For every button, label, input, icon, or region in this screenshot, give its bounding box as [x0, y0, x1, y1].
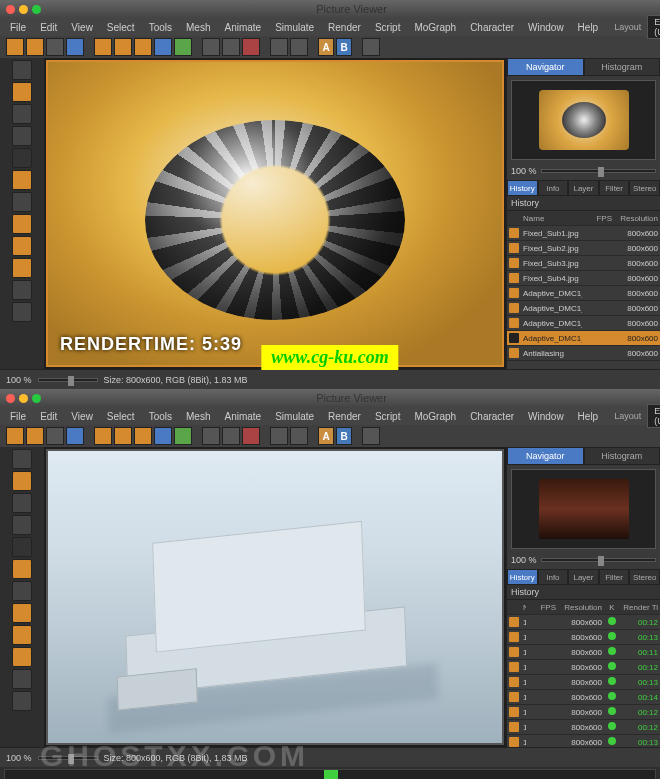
history-row[interactable]: 192800x60000:12	[507, 705, 660, 720]
close-icon[interactable]	[6, 394, 15, 403]
history-row[interactable]: Fixed_Sub2.jpg800x600	[507, 241, 660, 256]
tool-icon[interactable]	[12, 647, 32, 667]
subtab-info[interactable]: Info	[538, 569, 569, 585]
tab-navigator[interactable]: Navigator	[507, 447, 584, 465]
menu-help[interactable]: Help	[574, 22, 603, 33]
menu-tools[interactable]: Tools	[145, 22, 176, 33]
menu-render[interactable]: Render	[324, 22, 365, 33]
menu-character[interactable]: Character	[466, 411, 518, 422]
zoom-slider[interactable]	[541, 558, 656, 562]
menu-edit[interactable]: Edit	[36, 22, 61, 33]
compare-b-button[interactable]: B	[336, 38, 352, 56]
menu-edit[interactable]: Edit	[36, 411, 61, 422]
menu-script[interactable]: Script	[371, 411, 405, 422]
subtab-history[interactable]: History	[507, 569, 538, 585]
tool-icon[interactable]	[12, 559, 32, 579]
history-row[interactable]: Fixed_Sub3.jpg800x600	[507, 256, 660, 271]
tb-icon[interactable]	[94, 38, 112, 56]
subtab-info[interactable]: Info	[538, 180, 569, 196]
menu-render[interactable]: Render	[324, 411, 365, 422]
tool-icon[interactable]	[12, 236, 32, 256]
tb-icon[interactable]	[362, 38, 380, 56]
menu-window[interactable]: Window	[524, 22, 568, 33]
tool-icon[interactable]	[12, 126, 32, 146]
tool-icon[interactable]	[12, 214, 32, 234]
tb-icon[interactable]	[6, 38, 24, 56]
close-icon[interactable]	[6, 5, 15, 14]
menu-simulate[interactable]: Simulate	[271, 22, 318, 33]
tb-icon[interactable]	[134, 38, 152, 56]
menu-animate[interactable]: Animate	[220, 411, 265, 422]
tb-icon[interactable]	[46, 427, 64, 445]
tb-icon[interactable]	[222, 427, 240, 445]
menu-select[interactable]: Select	[103, 22, 139, 33]
subtab-stereo[interactable]: Stereo	[629, 569, 660, 585]
history-row[interactable]: Antialiasing800x600	[507, 346, 660, 361]
menu-select[interactable]: Select	[103, 411, 139, 422]
tool-icon[interactable]	[12, 148, 32, 168]
tb-icon[interactable]	[66, 38, 84, 56]
tb-icon[interactable]	[174, 427, 192, 445]
menu-mesh[interactable]: Mesh	[182, 411, 214, 422]
zoom-slider[interactable]	[541, 169, 656, 173]
tb-icon[interactable]	[242, 427, 260, 445]
minimize-icon[interactable]	[19, 5, 28, 14]
layout-select[interactable]: ENVY (User)	[647, 404, 660, 428]
subtab-layer[interactable]: Layer	[568, 180, 599, 196]
tb-icon[interactable]	[222, 38, 240, 56]
tb-icon[interactable]	[290, 427, 308, 445]
tb-icon[interactable]	[46, 38, 64, 56]
history-row[interactable]: 193800x60000:12	[507, 720, 660, 735]
tb-icon[interactable]	[270, 38, 288, 56]
menu-character[interactable]: Character	[466, 22, 518, 33]
menu-simulate[interactable]: Simulate	[271, 411, 318, 422]
zoom-icon[interactable]	[32, 5, 41, 14]
tab-histogram[interactable]: Histogram	[584, 58, 661, 76]
status-zoom-slider[interactable]	[38, 756, 98, 760]
tool-icon[interactable]	[12, 669, 32, 689]
tb-icon[interactable]	[242, 38, 260, 56]
tb-icon[interactable]	[26, 38, 44, 56]
tb-icon[interactable]	[290, 38, 308, 56]
history-row[interactable]: Adaptive_DMC1_8.jpg800x600	[507, 331, 660, 346]
menu-mograph[interactable]: MoGraph	[410, 411, 460, 422]
tool-icon[interactable]	[12, 691, 32, 711]
compare-a-button[interactable]: A	[318, 38, 334, 56]
menu-view[interactable]: View	[67, 411, 97, 422]
menu-help[interactable]: Help	[574, 411, 603, 422]
tb-icon[interactable]	[66, 427, 84, 445]
tool-icon[interactable]	[12, 581, 32, 601]
subtab-layer[interactable]: Layer	[568, 569, 599, 585]
tb-icon[interactable]	[202, 38, 220, 56]
tab-histogram[interactable]: Histogram	[584, 447, 661, 465]
tb-icon[interactable]	[154, 427, 172, 445]
tool-icon[interactable]	[12, 537, 32, 557]
history-row[interactable]: 187800x60000:13	[507, 630, 660, 645]
menu-mograph[interactable]: MoGraph	[410, 22, 460, 33]
layout-select[interactable]: ENVY (User)	[647, 15, 660, 39]
menu-mesh[interactable]: Mesh	[182, 22, 214, 33]
tb-icon[interactable]	[26, 427, 44, 445]
menu-view[interactable]: View	[67, 22, 97, 33]
timeline-cursor[interactable]	[324, 770, 338, 779]
menu-file[interactable]: File	[6, 411, 30, 422]
tb-icon[interactable]	[362, 427, 380, 445]
menu-animate[interactable]: Animate	[220, 22, 265, 33]
tool-icon[interactable]	[12, 603, 32, 623]
tool-icon[interactable]	[12, 449, 32, 469]
menu-window[interactable]: Window	[524, 411, 568, 422]
tb-icon[interactable]	[114, 427, 132, 445]
history-row[interactable]: Adaptive_DMC1_2.jpg800x600	[507, 301, 660, 316]
tool-icon[interactable]	[12, 60, 32, 80]
navigator-thumbnail[interactable]	[511, 80, 656, 160]
tool-icon[interactable]	[12, 515, 32, 535]
history-row[interactable]: 191800x60000:14	[507, 690, 660, 705]
history-row[interactable]: 189800x60000:12	[507, 660, 660, 675]
navigator-thumbnail[interactable]	[511, 469, 656, 549]
tool-icon[interactable]	[12, 82, 32, 102]
tool-icon[interactable]	[12, 192, 32, 212]
zoom-icon[interactable]	[32, 394, 41, 403]
history-row[interactable]: 190800x60000:13	[507, 675, 660, 690]
tool-icon[interactable]	[12, 280, 32, 300]
tb-icon[interactable]	[202, 427, 220, 445]
